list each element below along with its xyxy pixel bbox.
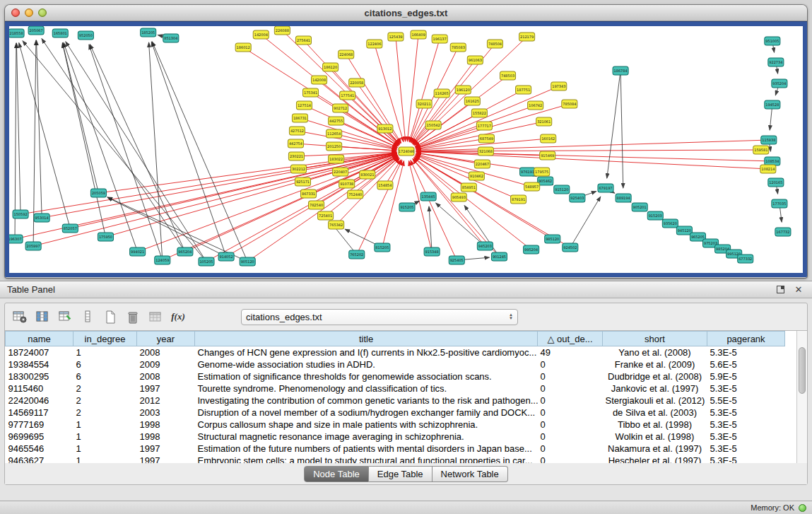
table-cell[interactable]: 1998 xyxy=(137,431,195,443)
table-cell[interactable]: 5.5E-5 xyxy=(707,395,785,407)
table-cell[interactable]: 14569117 xyxy=(6,407,73,419)
graph-node[interactable]: 752440 xyxy=(348,190,363,199)
scrollbar-thumb[interactable] xyxy=(799,347,806,394)
graph-node[interactable]: 548957 xyxy=(524,182,540,191)
graph-node[interactable]: 965204 xyxy=(177,247,193,256)
graph-node[interactable]: 218558 xyxy=(9,29,24,37)
graph-edge[interactable] xyxy=(243,47,398,146)
graph-node[interactable]: 905120 xyxy=(240,257,255,266)
graph-node[interactable]: 159581 xyxy=(753,146,769,154)
table-cell[interactable]: Investigating the contribution of common… xyxy=(195,395,538,407)
graph-node[interactable]: 115938 xyxy=(761,136,777,144)
graph-node[interactable]: 125439 xyxy=(388,33,404,41)
graph-node[interactable]: 150592 xyxy=(13,210,28,218)
table-cell[interactable]: 2008 xyxy=(137,370,195,382)
graph-node[interactable]: 902712 xyxy=(333,104,348,112)
graph-node[interactable]: 914052 xyxy=(218,252,234,261)
graph-node[interactable]: 220058 xyxy=(349,78,365,87)
table-cell[interactable]: 18300295 xyxy=(6,370,73,382)
graph-node[interactable]: 442754 xyxy=(288,139,303,148)
graph-node[interactable]: 748503 xyxy=(500,71,515,80)
graph-node[interactable]: 867331 xyxy=(300,189,316,198)
graph-edge[interactable] xyxy=(396,37,406,141)
table-cell[interactable]: 49 xyxy=(538,346,603,358)
table-cell[interactable]: Structural magnetic resonance image aver… xyxy=(195,431,538,443)
graph-node[interactable]: 194528 xyxy=(765,100,780,109)
table-cell[interactable]: Embryonic stem cells: a model to study s… xyxy=(195,455,538,464)
graph-edge[interactable] xyxy=(570,197,601,247)
graph-edge[interactable] xyxy=(416,151,772,161)
graph-node[interactable]: 679197 xyxy=(598,184,613,192)
table-cell[interactable]: Dudbridge et al. (2008) xyxy=(603,370,707,382)
graph-node[interactable]: 230221 xyxy=(288,152,304,160)
table-cell[interactable]: 2 xyxy=(73,395,137,407)
table-cell[interactable]: 0 xyxy=(538,358,603,370)
graph-node[interactable]: 915348 xyxy=(424,247,440,256)
graph-node[interactable]: 179575 xyxy=(534,168,550,176)
table-cell[interactable]: 9777169 xyxy=(6,419,73,431)
graph-node[interactable]: 212179 xyxy=(519,33,535,41)
graph-node[interactable]: 924502 xyxy=(563,243,578,252)
table-cell[interactable]: 1 xyxy=(73,346,137,358)
graph-node[interactable]: 815205 xyxy=(375,243,390,252)
table-row[interactable]: 946362711997Embryonic stem cells: a mode… xyxy=(6,455,785,464)
table-cell[interactable]: 9465546 xyxy=(6,443,73,455)
network-canvas[interactable]: 1724046218558205067165801952050185205851… xyxy=(9,26,803,273)
graph-node[interactable]: 220467 xyxy=(474,160,490,168)
table-cell[interactable]: 9115460 xyxy=(6,382,73,395)
delete-table-button[interactable] xyxy=(124,308,142,326)
graph-node[interactable]: 945120 xyxy=(676,226,692,235)
float-panel-icon[interactable] xyxy=(774,284,787,296)
table-cell[interactable]: Jankovic et al. (1997) xyxy=(603,382,707,395)
table-cell[interactable]: 1 xyxy=(73,419,137,431)
table-cell[interactable]: 19384554 xyxy=(6,358,73,370)
table-cell[interactable]: Nakamura et al. (1997) xyxy=(603,443,707,455)
table-cell[interactable]: 5.3E-5 xyxy=(707,443,785,455)
graph-node[interactable]: 166409 xyxy=(411,30,426,39)
graph-node[interactable]: 135445 xyxy=(420,192,436,201)
tab-network-table[interactable]: Network Table xyxy=(433,466,508,482)
graph-edge[interactable] xyxy=(149,42,163,260)
graph-node[interactable]: 186012 xyxy=(235,43,251,52)
graph-edge[interactable] xyxy=(151,42,226,257)
graph-node[interactable]: 1724046 xyxy=(399,147,414,156)
table-row[interactable]: 1872400712008Changes of HCN gene express… xyxy=(6,346,785,358)
table-cell[interactable]: de Silva et al. (2003) xyxy=(603,407,707,419)
graph-edge[interactable] xyxy=(16,43,20,214)
function-builder-button[interactable]: f(x) xyxy=(169,308,187,326)
graph-node[interactable]: 976191 xyxy=(520,168,536,176)
table-cell[interactable]: 0 xyxy=(538,443,603,455)
edit-table-button[interactable] xyxy=(56,308,74,326)
graph-node[interactable]: 116265 xyxy=(434,89,449,98)
table-row[interactable]: 1938455462009Genome-wide association stu… xyxy=(6,358,785,370)
table-cell[interactable]: Disruption of a novel member of a sodium… xyxy=(195,407,538,419)
graph-edge[interactable] xyxy=(416,150,761,151)
graph-edge[interactable] xyxy=(138,155,397,252)
graph-node[interactable]: 952050 xyxy=(78,31,93,40)
graph-node[interactable]: 142004 xyxy=(253,30,269,39)
graph-node[interactable]: 994021 xyxy=(130,247,146,256)
column-header[interactable]: name xyxy=(6,332,73,346)
graph-edge[interactable] xyxy=(37,40,42,218)
table-cell[interactable]: 5.3E-5 xyxy=(707,455,785,464)
table-cell[interactable]: 2 xyxy=(73,382,137,395)
table-cell[interactable]: Genome-wide association studies in ADHD. xyxy=(195,358,538,370)
graph-edge[interactable] xyxy=(89,45,163,260)
table-cell[interactable]: 6 xyxy=(73,370,137,382)
table-cell[interactable]: 2012 xyxy=(137,395,195,407)
graph-node[interactable]: 785084 xyxy=(562,100,577,108)
graph-node[interactable]: 687549 xyxy=(478,134,494,143)
table-cell[interactable]: 6 xyxy=(73,358,137,370)
graph-node[interactable]: 915203 xyxy=(647,211,663,220)
table-cell[interactable]: Estimation of the future numbers of pati… xyxy=(195,443,538,455)
table-settings-button[interactable] xyxy=(11,308,29,326)
graph-node[interactable]: 186731 xyxy=(292,114,307,122)
graph-node[interactable]: 785083 xyxy=(450,43,466,52)
table-cell[interactable]: 1998 xyxy=(137,419,195,431)
graph-node[interactable]: 985120 xyxy=(545,235,560,243)
graph-node[interactable]: 196307 xyxy=(9,235,23,243)
tab-edge-table[interactable]: Edge Table xyxy=(369,466,433,482)
graph-edge[interactable] xyxy=(42,39,185,252)
table-cell[interactable]: Tibbo et al. (1998) xyxy=(603,419,707,431)
table-cell[interactable]: 1 xyxy=(73,455,137,464)
